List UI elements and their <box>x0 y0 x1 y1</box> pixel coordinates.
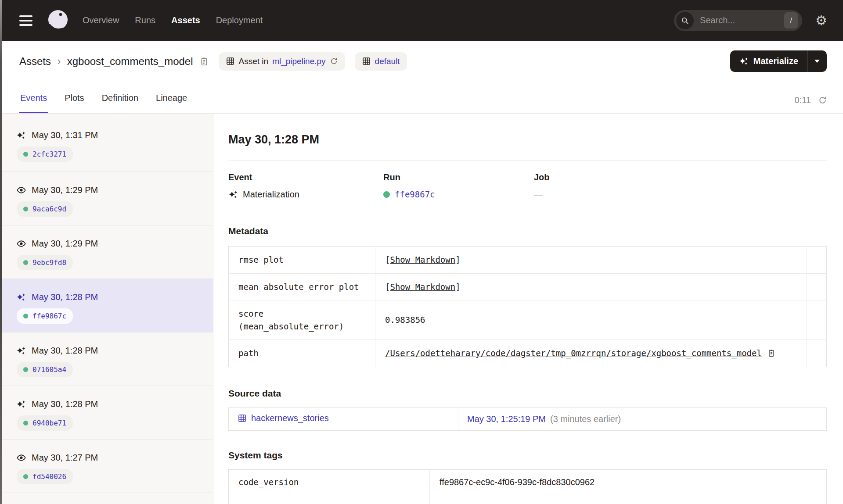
materialization-icon <box>228 190 238 200</box>
chevron-down-icon <box>814 60 820 63</box>
refresh-icon[interactable] <box>818 96 827 105</box>
run-id-link[interactable]: 9aca6c9d <box>32 205 66 213</box>
breadcrumb-assets-link[interactable]: Assets <box>19 55 51 68</box>
breadcrumb-separator: › <box>57 54 61 68</box>
asset-header: Assets › xgboost_comments_model Asset in… <box>0 41 843 82</box>
metadata-value: [Show Markdown] <box>375 273 807 300</box>
show-markdown-link[interactable]: Show Markdown <box>390 282 455 292</box>
divider <box>228 161 827 161</box>
dagster-logo-icon[interactable] <box>46 8 70 33</box>
asset-definition-pill: Asset in ml_pipeline.py <box>219 52 345 71</box>
materialization-icon <box>16 346 26 356</box>
run-id-badge[interactable]: 071605a4 <box>17 362 73 377</box>
nav-item-assets[interactable]: Assets <box>171 15 200 25</box>
metadata-key: mean_absolute_error plot <box>229 273 375 300</box>
run-id-link[interactable]: ffe9867c <box>395 189 435 199</box>
copy-path-icon[interactable] <box>767 349 776 357</box>
run-id-badge[interactable]: ffe9867c <box>17 308 73 324</box>
settings-gear-icon[interactable]: ⚙ <box>815 14 827 27</box>
event-timestamp: May 30, 1:28 PM <box>32 346 98 356</box>
refresh-countdown: 0:11 <box>795 95 811 105</box>
materialization-icon <box>16 293 26 302</box>
tab-definition[interactable]: Definition <box>101 93 139 113</box>
source-data-table: hackernews_stories May 30, 1:25:19 PM(3 … <box>228 407 827 431</box>
run-label: Run <box>383 172 534 182</box>
run-id-link[interactable]: 071605a4 <box>32 365 66 374</box>
search-shortcut-key: / <box>784 12 798 29</box>
storage-path-link[interactable]: /Users/odetteharary/code/dagster/tmp_0mz… <box>385 347 762 360</box>
asset-in-label: Asset in <box>239 57 269 66</box>
run-id-link[interactable]: 6940be71 <box>32 419 66 427</box>
nav-item-overview[interactable]: Overview <box>83 15 119 25</box>
event-list-item[interactable]: May 30, 1:27 PM fd540026 <box>0 440 213 493</box>
primary-nav: Overview Runs Assets Deployment <box>83 15 263 25</box>
reload-definition-icon[interactable] <box>330 57 338 65</box>
event-list: May 30, 1:31 PM 2cfc3271 May 30, 1:29 PM… <box>0 114 213 504</box>
metadata-section-title: Metadata <box>228 226 827 236</box>
observation-eye-icon <box>16 185 26 195</box>
job-label: Job <box>534 172 827 182</box>
nav-item-runs[interactable]: Runs <box>135 15 155 25</box>
event-list-item-selected[interactable]: May 30, 1:28 PM ffe9867c <box>0 279 213 332</box>
tab-events[interactable]: Events <box>19 93 48 113</box>
run-id-link[interactable]: 9ebc9fd8 <box>32 258 66 267</box>
run-id-badge[interactable]: 9aca6c9d <box>17 201 73 217</box>
event-type-value: Materialization <box>243 189 299 200</box>
tab-plots[interactable]: Plots <box>64 93 85 113</box>
asset-group-pill[interactable]: default <box>355 52 407 71</box>
event-list-item[interactable]: May 30, 1:28 PM 071605a4 <box>0 332 213 386</box>
asset-table-icon <box>238 414 247 423</box>
source-data-section-title: Source data <box>228 388 827 399</box>
materialize-split-button: Materialize <box>730 50 827 72</box>
metadata-key: score (mean_absolute_error) <box>229 300 375 340</box>
metadata-key: rmse plot <box>229 247 375 274</box>
materialize-button-label: Materialize <box>753 56 798 66</box>
search-bar[interactable]: / <box>674 10 802 31</box>
event-list-item[interactable]: May 30, 1:29 PM 9aca6c9d <box>0 172 213 225</box>
observation-eye-icon <box>16 453 26 463</box>
run-id-badge[interactable]: 2cfc3271 <box>17 147 73 162</box>
run-id-link[interactable]: 2cfc3271 <box>32 150 66 158</box>
materialize-dropdown-button[interactable] <box>807 50 827 72</box>
run-status-dot <box>23 474 28 479</box>
show-markdown-link[interactable]: Show Markdown <box>390 255 455 265</box>
tag-value: ffe9867c-ec9c-4f06-939c-f8dc830c0962 <box>430 469 827 495</box>
table-row: rmse plot [Show Markdown] <box>229 247 827 274</box>
window-edge <box>0 0 2 504</box>
table-spacer-cell <box>807 340 827 367</box>
metadata-key: path <box>229 340 375 367</box>
event-timestamp: May 30, 1:29 PM <box>32 185 98 195</box>
source-asset-link[interactable]: hackernews_stories <box>238 413 329 423</box>
event-timestamp: May 30, 1:28 PM <box>32 292 98 302</box>
run-id-badge[interactable]: 9ebc9fd8 <box>17 255 73 270</box>
tab-lineage[interactable]: Lineage <box>155 93 188 113</box>
event-list-item[interactable]: May 30, 1:28 PM 6940be71 <box>0 386 213 440</box>
search-input[interactable] <box>694 15 784 25</box>
materialize-button[interactable]: Materialize <box>730 50 807 72</box>
nav-item-deployment[interactable]: Deployment <box>216 15 263 25</box>
run-id-link[interactable]: fd540026 <box>32 472 66 481</box>
table-row: mean_absolute_error plot [Show Markdown] <box>229 273 827 300</box>
run-id-badge[interactable]: fd540026 <box>17 469 73 484</box>
table-spacer-cell <box>807 273 827 300</box>
run-status-dot <box>23 260 28 265</box>
event-detail-panel: May 30, 1:28 PM Event Materialization Ru… <box>213 114 843 504</box>
asset-group-icon <box>362 57 371 66</box>
run-status-dot <box>23 421 28 425</box>
table-row: code_version ffe9867c-ec9c-4f06-939c-f8d… <box>229 469 827 495</box>
event-timestamp: May 30, 1:27 PM <box>32 453 98 463</box>
source-materialization-time-link[interactable]: May 30, 1:25:19 PM <box>467 414 546 424</box>
run-id-badge[interactable]: 6940be71 <box>17 415 73 431</box>
run-status-dot <box>23 207 28 211</box>
pipeline-file-link[interactable]: ml_pipeline.py <box>272 57 325 66</box>
event-summary: Event Materialization Run ffe9867c Job — <box>228 172 827 200</box>
run-id-link[interactable]: ffe9867c <box>32 312 66 320</box>
copy-asset-name-icon[interactable] <box>199 57 209 66</box>
event-timestamp: May 30, 1:29 PM <box>32 239 98 249</box>
system-tags-section-title: System tags <box>228 450 827 461</box>
hamburger-menu-icon[interactable] <box>19 15 32 26</box>
run-status-dot <box>23 367 28 372</box>
event-list-item[interactable]: May 30, 1:29 PM 9ebc9fd8 <box>0 225 213 279</box>
event-list-item[interactable]: May 30, 1:31 PM 2cfc3271 <box>0 114 213 172</box>
asset-group-link[interactable]: default <box>375 57 400 66</box>
